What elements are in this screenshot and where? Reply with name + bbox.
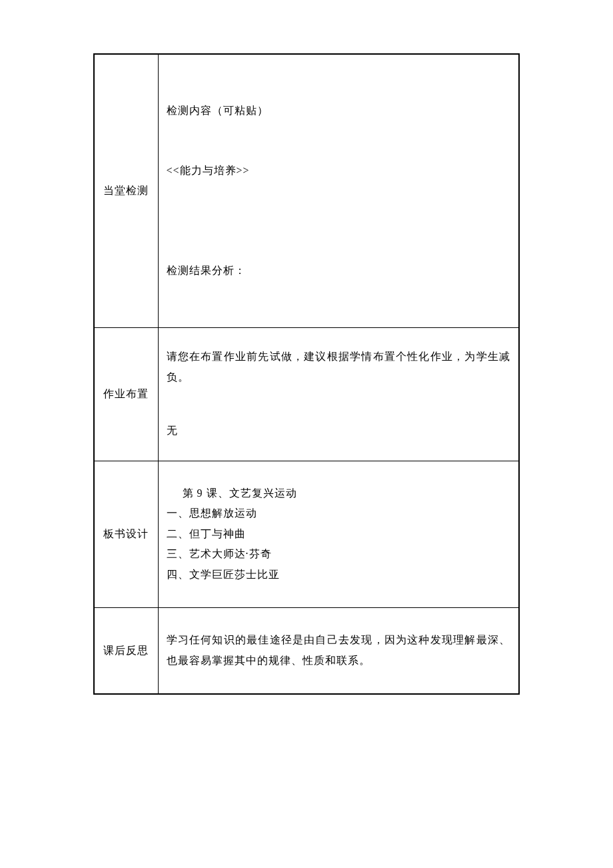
board-item-1: 一、思想解放运动	[167, 503, 511, 523]
homework-instruction: 请您在布置作业前先试做，建议根据学情布置个性化作业，为学生减负。	[167, 347, 511, 387]
row-content-reflection: 学习任何知识的最佳途径是由自己去发现，因为这种发现理解最深、也最容易掌握其中的规…	[158, 607, 519, 694]
table-row: 板书设计 第 9 课、文艺复兴运动 一、思想解放运动 二、但丁与神曲 三、艺术大…	[94, 461, 519, 607]
row-content-inclass-test: 检测内容（可粘贴） <<能力与培养>> 检测结果分析：	[158, 54, 519, 327]
table-row: 作业布置 请您在布置作业前先试做，建议根据学情布置个性化作业，为学生减负。 无	[94, 327, 519, 461]
board-title: 第 9 课、文艺复兴运动	[167, 483, 511, 503]
test-content-heading: 检测内容（可粘贴）	[167, 101, 511, 121]
test-content-book: <<能力与培养>>	[167, 161, 511, 181]
table-row: 课后反思 学习任何知识的最佳途径是由自己去发现，因为这种发现理解最深、也最容易掌…	[94, 607, 519, 694]
row-content-board-design: 第 9 课、文艺复兴运动 一、思想解放运动 二、但丁与神曲 三、艺术大师达·芬奇…	[158, 461, 519, 607]
test-result-heading: 检测结果分析：	[167, 261, 511, 281]
board-item-3: 三、艺术大师达·芬奇	[167, 544, 511, 564]
board-item-4: 四、文学巨匠莎士比亚	[167, 565, 511, 585]
row-label-reflection: 课后反思	[94, 607, 158, 694]
table-row: 当堂检测 检测内容（可粘贴） <<能力与培养>> 检测结果分析：	[94, 54, 519, 327]
row-label-inclass-test: 当堂检测	[94, 54, 158, 327]
row-label-homework: 作业布置	[94, 327, 158, 461]
homework-value: 无	[167, 421, 511, 441]
row-content-homework: 请您在布置作业前先试做，建议根据学情布置个性化作业，为学生减负。 无	[158, 327, 519, 461]
row-label-board-design: 板书设计	[94, 461, 158, 607]
board-item-2: 二、但丁与神曲	[167, 524, 511, 544]
lesson-plan-table: 当堂检测 检测内容（可粘贴） <<能力与培养>> 检测结果分析： 作业布置 请您…	[93, 53, 520, 695]
